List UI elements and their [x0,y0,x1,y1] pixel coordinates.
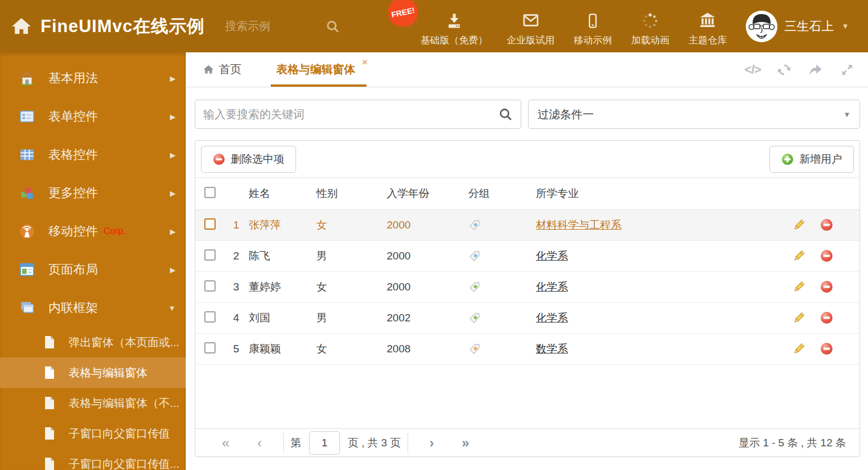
major-link[interactable]: 化学系 [536,250,568,262]
delete-selected-button[interactable]: 删除选中项 [201,146,296,173]
main-content: 首页 表格与编辑窗体 × </> [186,52,868,470]
sidebar-subitem-child-to-parent-2[interactable]: 子窗口向父窗口传值... [0,449,186,470]
column-header-year[interactable]: 入学年份 [387,186,468,201]
document-icon [44,427,56,440]
source-code-icon[interactable]: </> [744,61,761,78]
sidebar-item-mobile-controls[interactable]: 移动控件 Corp. ▶ [0,212,186,250]
share-icon[interactable] [807,61,824,78]
nav-item-loading-anim[interactable]: 加载动画 [631,6,669,47]
sidebar-item-basic-usage[interactable]: 基本用法 ▶ [0,59,186,97]
major-link[interactable]: 化学系 [536,312,568,324]
next-page-button[interactable]: › [415,435,449,451]
nav-item-enterprise-trial[interactable]: 企业版试用 [507,6,554,47]
delete-row-icon[interactable] [820,342,834,356]
table-row[interactable]: 1 张萍萍 女 2000 材料科学与工程系 [195,210,860,241]
layout-icon [19,262,35,277]
corp-badge: Corp. [104,226,126,236]
caret-down-icon: ▼ [168,304,176,312]
first-page-button[interactable]: « [209,435,243,451]
pagination-bar: « ‹ 第 页 , 共 3 页 › » 显示 1 - 5 条 , 共 12 条 [195,428,860,456]
filter-dropdown[interactable]: 过滤条件一 ▼ [528,100,860,129]
delete-row-icon[interactable] [820,249,834,263]
column-header-group[interactable]: 分组 [468,186,536,201]
row-checkbox[interactable] [204,218,216,230]
minus-circle-icon [213,153,225,165]
filter-row: 过滤条件一 ▼ [195,100,860,129]
sidebar-item-iframe[interactable]: 内联框架 ▼ [0,289,186,327]
app-header: FineUIMvc在线示例 FREE! 基础版（免费） 企业版试用 [0,0,868,52]
column-header-gender[interactable]: 性别 [316,186,387,201]
tab-toolbar-icons: </> [744,61,856,78]
arrow-right-icon: ▶ [170,189,176,198]
arrow-right-icon: ▶ [170,151,176,159]
sidebar: 基本用法 ▶ 表单控件 ▶ 表格控件 ▶ 更多控件 ▶ 移动控件 Cor [0,52,186,470]
document-icon [44,457,56,470]
sidebar-subitem-popup-window[interactable]: 弹出窗体（本页面或... [0,327,186,357]
bank-icon [699,10,717,29]
sidebar-subitem-grid-edit-window-2[interactable]: 表格与编辑窗体（不... [0,388,186,418]
tab-home[interactable]: 首页 [203,52,241,87]
sidebar-subitem-grid-edit-window[interactable]: 表格与编辑窗体 [0,357,186,388]
sidebar-item-page-layout[interactable]: 页面布局 ▶ [0,250,186,289]
form-icon [19,109,35,124]
row-checkbox[interactable] [204,280,216,292]
row-checkbox[interactable] [204,249,216,261]
table-icon [19,147,35,163]
cell-name: 刘国 [249,311,316,325]
edit-pencil-icon[interactable] [792,249,806,263]
table-row[interactable]: 5 康颖颖 女 2008 数学系 [195,334,860,365]
column-header-name[interactable]: 姓名 [249,186,316,201]
add-user-button[interactable]: 新增用户 [769,146,854,173]
sidebar-subitem-child-to-parent[interactable]: 子窗口向父窗口传值 [0,418,186,449]
sidebar-item-form-controls[interactable]: 表单控件 ▶ [0,97,186,136]
antenna-icon [19,223,35,239]
table-row[interactable]: 3 董婷婷 女 2000 化学系 [195,272,860,303]
home-logo-icon[interactable] [10,15,33,38]
major-link[interactable]: 材料科学与工程系 [536,219,621,231]
keyword-search-input[interactable] [203,108,498,121]
tag-icon [468,343,536,355]
delete-row-icon[interactable] [820,280,834,294]
user-menu[interactable]: 三生石上 ▼ [746,11,849,42]
expand-icon[interactable] [839,61,856,78]
nav-item-theme-repo[interactable]: 主题仓库 [688,6,727,47]
sidebar-item-grid-controls[interactable]: 表格控件 ▶ [0,136,186,174]
caret-down-icon: ▼ [842,22,849,30]
cell-name: 陈飞 [249,249,316,263]
nav-item-basic-free[interactable]: 基础版（免费） [420,6,487,47]
refresh-icon[interactable] [776,61,793,78]
edit-pencil-icon[interactable] [792,280,806,294]
delete-row-icon[interactable] [820,218,834,232]
header-nav: 基础版（免费） 企业版试用 移动示例 [420,6,860,47]
table-row[interactable]: 2 陈飞 男 2000 化学系 [195,241,860,272]
delete-row-icon[interactable] [820,311,834,325]
last-page-button[interactable]: » [449,435,482,451]
edit-pencil-icon[interactable] [792,218,806,232]
major-link[interactable]: 化学系 [536,281,568,293]
frames-icon [19,300,35,316]
tab-grid-edit-window[interactable]: 表格与编辑窗体 × [273,52,359,87]
tab-bar: 首页 表格与编辑窗体 × </> [186,52,868,87]
row-checkbox[interactable] [204,311,216,323]
keyword-search-box [195,100,521,129]
header-search-icon[interactable] [325,19,340,34]
close-icon[interactable]: × [362,57,368,68]
page-suffix-label: 页 , 共 3 页 [348,436,401,450]
sidebar-item-more-controls[interactable]: 更多控件 ▶ [0,174,186,212]
arrow-right-icon: ▶ [170,74,176,83]
table-row[interactable]: 4 刘国 男 2002 化学系 [195,303,860,334]
major-link[interactable]: 数学系 [536,343,568,355]
select-all-checkbox[interactable] [204,187,216,198]
arrow-right-icon: ▶ [170,227,176,236]
prev-page-button[interactable]: ‹ [243,435,276,451]
nav-item-mobile-demo[interactable]: 移动示例 [574,6,612,47]
tag-icon [468,250,536,262]
header-search-input[interactable] [225,20,321,33]
row-checkbox[interactable] [204,342,216,353]
search-icon[interactable] [498,107,513,122]
tag-icon [468,219,536,231]
edit-pencil-icon[interactable] [792,311,806,325]
edit-pencil-icon[interactable] [792,342,806,356]
page-number-input[interactable] [309,431,340,455]
column-header-major[interactable]: 所学专业 [536,186,792,201]
